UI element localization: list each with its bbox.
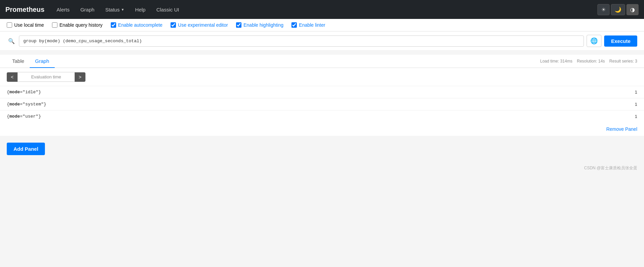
eval-prev-btn[interactable]: < [7,72,18,82]
nav-help[interactable]: Help [131,5,150,15]
result-label: {mode="user"} [0,111,495,123]
use-local-time-label[interactable]: Use local time [7,22,44,28]
enable-highlighting-checkbox[interactable] [236,22,241,28]
result-label: {mode="system"} [0,98,495,111]
tabs-row: Table Graph Load time: 314ms Resolution:… [0,55,644,68]
result-label: {mode="idle"} [0,86,495,98]
result-series: Result series: 3 [609,59,637,64]
nav-graph[interactable]: Graph [76,5,99,15]
status-dropdown-arrow: ▼ [121,8,124,11]
result-value: 1 [495,86,644,98]
result-value: 1 [495,111,644,123]
result-value: 1 [495,98,644,111]
enable-linter-label[interactable]: Enable linter [291,22,325,28]
nav-alerts[interactable]: Alerts [53,5,74,15]
remove-panel-row: Remove Panel [0,122,644,136]
theme-dark-btn[interactable]: 🌙 [611,4,625,15]
footer: CSDN @富士康质检员张全蛋 [0,162,644,174]
table-row: {mode="idle"}1 [0,86,644,98]
navbar: Prometheus Alerts Graph Status ▼ Help Cl… [0,0,644,19]
globe-button[interactable]: 🌐 [587,35,601,47]
enable-autocomplete-checkbox[interactable] [111,22,116,28]
eval-next-btn[interactable]: > [75,72,85,82]
table-row: {mode="system"}1 [0,98,644,111]
eval-row: < Evaluation time > [0,68,644,86]
main-panel: Table Graph Load time: 314ms Resolution:… [0,55,644,136]
use-experimental-editor-label[interactable]: Use experimental editor [171,22,228,28]
execute-button[interactable]: Execute [604,35,637,47]
tab-graph[interactable]: Graph [30,55,55,68]
nav-status[interactable]: Status ▼ [101,5,128,15]
table-row: {mode="user"}1 [0,111,644,123]
tabs-meta: Load time: 314ms Resolution: 14s Result … [540,59,638,64]
query-bar: 🔍 🌐 Execute [0,31,644,51]
add-panel-button[interactable]: Add Panel [7,143,45,155]
eval-label: Evaluation time [18,72,75,82]
query-input[interactable] [19,35,584,47]
enable-highlighting-label[interactable]: Enable highlighting [236,22,283,28]
brand: Prometheus [5,6,45,14]
use-local-time-checkbox[interactable] [7,22,12,28]
load-time: Load time: 314ms [540,59,572,64]
resolution: Resolution: 14s [577,59,605,64]
enable-linter-checkbox[interactable] [291,22,297,28]
theme-auto-btn[interactable]: ◑ [626,4,639,15]
enable-autocomplete-label[interactable]: Enable autocomplete [111,22,163,28]
theme-buttons: ☀ 🌙 ◑ [597,4,639,15]
nav-classic-ui[interactable]: Classic UI [152,5,183,15]
enable-query-history-label[interactable]: Enable query history [52,22,103,28]
use-experimental-editor-checkbox[interactable] [171,22,176,28]
footer-text: CSDN @富士康质检员张全蛋 [584,166,637,170]
enable-query-history-checkbox[interactable] [52,22,57,28]
results-table: {mode="idle"}1{mode="system"}1{mode="use… [0,86,644,122]
options-bar: Use local time Enable query history Enab… [0,19,644,31]
theme-light-btn[interactable]: ☀ [597,4,610,15]
tab-table[interactable]: Table [7,55,30,68]
remove-panel-link[interactable]: Remove Panel [606,126,637,132]
add-panel-section: Add Panel [0,136,644,162]
search-icon: 🔍 [7,37,16,46]
